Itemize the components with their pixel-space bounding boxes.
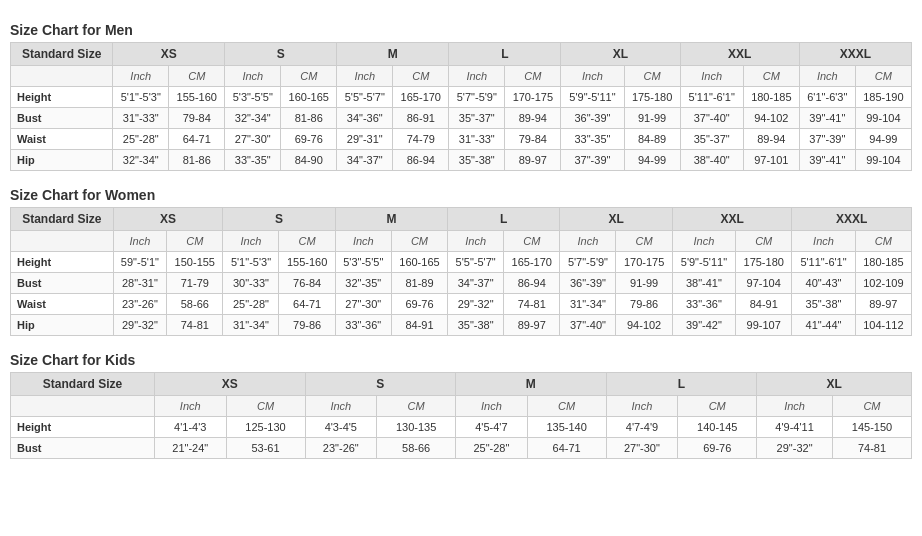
table-cell: 38"-41": [672, 273, 735, 294]
table-cell: 74-81: [167, 315, 223, 336]
table-row: Height59"-5'1"150-1555'1"-5'3"155-1605'3…: [11, 252, 912, 273]
table-cell: 34"-37": [337, 150, 393, 171]
kids-l-header: L: [606, 373, 757, 396]
table-cell: 69-76: [281, 129, 337, 150]
table-cell: 135-140: [527, 417, 606, 438]
table-cell: 175-180: [624, 87, 680, 108]
men-l-cm: CM: [505, 66, 561, 87]
men-xs-cm: CM: [169, 66, 225, 87]
table-cell: 81-86: [169, 150, 225, 171]
table-cell: 180-185: [743, 87, 799, 108]
kids-table: Standard Size XS S M L XL Inch CM Inch C…: [10, 372, 912, 459]
kids-xl-cm: CM: [832, 396, 911, 417]
kids-m-inch: Inch: [456, 396, 528, 417]
table-cell: 84-91: [391, 315, 447, 336]
table-cell: 53-61: [226, 438, 305, 459]
table-row: Height5'1"-5'3"155-1605'3"-5'5"160-1655'…: [11, 87, 912, 108]
table-cell: 102-109: [855, 273, 911, 294]
table-cell: 21"-24": [154, 438, 226, 459]
women-s-inch: Inch: [223, 231, 279, 252]
kids-xl-header: XL: [757, 373, 912, 396]
kids-xs-header: XS: [154, 373, 305, 396]
men-xl-inch: Inch: [561, 66, 624, 87]
table-cell: 64-71: [169, 129, 225, 150]
table-cell: 99-104: [855, 150, 911, 171]
table-cell: 79-86: [279, 315, 335, 336]
table-cell: 64-71: [527, 438, 606, 459]
women-m-cm: CM: [391, 231, 447, 252]
table-cell: 185-190: [855, 87, 911, 108]
table-cell: 31"-33": [113, 108, 169, 129]
table-cell: 5'9"-5'11": [561, 87, 624, 108]
men-l-inch: Inch: [449, 66, 505, 87]
row-label: Bust: [11, 438, 155, 459]
table-cell: 35"-37": [680, 129, 743, 150]
women-xs-inch: Inch: [113, 231, 167, 252]
table-cell: 130-135: [377, 417, 456, 438]
women-subheader-empty: [11, 231, 114, 252]
kids-m-cm: CM: [527, 396, 606, 417]
women-s-header: S: [223, 208, 335, 231]
table-cell: 39"-42": [672, 315, 735, 336]
table-cell: 4'3-4'5: [305, 417, 377, 438]
table-cell: 155-160: [169, 87, 225, 108]
table-cell: 58-66: [167, 294, 223, 315]
men-xl-cm: CM: [624, 66, 680, 87]
men-xl-header: XL: [561, 43, 680, 66]
table-cell: 5'5"-5'7": [448, 252, 504, 273]
table-cell: 25"-28": [456, 438, 528, 459]
table-cell: 155-160: [279, 252, 335, 273]
table-cell: 31"-34": [560, 294, 616, 315]
table-cell: 28"-31": [113, 273, 167, 294]
table-cell: 94-99: [624, 150, 680, 171]
table-cell: 140-145: [678, 417, 757, 438]
kids-xl-inch: Inch: [757, 396, 833, 417]
table-cell: 74-81: [832, 438, 911, 459]
table-cell: 40"-43": [792, 273, 855, 294]
row-label: Waist: [11, 129, 113, 150]
table-cell: 89-97: [504, 315, 560, 336]
table-cell: 29"-32": [113, 315, 167, 336]
table-cell: 31"-34": [223, 315, 279, 336]
table-cell: 39"-41": [799, 108, 855, 129]
table-row: Bust28"-31"71-7930"-33"76-8432"-35"81-89…: [11, 273, 912, 294]
table-cell: 74-79: [393, 129, 449, 150]
table-cell: 94-102: [743, 108, 799, 129]
row-label: Hip: [11, 150, 113, 171]
women-xxl-header: XXL: [672, 208, 792, 231]
table-cell: 38"-40": [680, 150, 743, 171]
table-cell: 125-130: [226, 417, 305, 438]
table-cell: 35"-38": [449, 150, 505, 171]
women-xs-header: XS: [113, 208, 223, 231]
women-m-inch: Inch: [335, 231, 391, 252]
table-cell: 37"-39": [799, 129, 855, 150]
kids-l-inch: Inch: [606, 396, 678, 417]
women-section: Size Chart for Women Standard Size XS S …: [10, 187, 912, 336]
table-row: Height4'1-4'3125-1304'3-4'5130-1354'5-4'…: [11, 417, 912, 438]
table-cell: 99-107: [736, 315, 792, 336]
table-row: Bust31"-33"79-8432"-34"81-8634"-36"86-91…: [11, 108, 912, 129]
kids-title: Size Chart for Kids: [10, 352, 912, 368]
table-cell: 5'1"-5'3": [223, 252, 279, 273]
table-cell: 30"-33": [223, 273, 279, 294]
men-s-header: S: [225, 43, 337, 66]
table-cell: 86-94: [504, 273, 560, 294]
kids-subheader-row: Inch CM Inch CM Inch CM Inch CM Inch CM: [11, 396, 912, 417]
table-cell: 39"-41": [799, 150, 855, 171]
women-header-row: Standard Size XS S M L XL XXL XXXL: [11, 208, 912, 231]
table-cell: 180-185: [855, 252, 911, 273]
table-cell: 170-175: [505, 87, 561, 108]
women-m-header: M: [335, 208, 447, 231]
row-label: Bust: [11, 273, 114, 294]
table-cell: 91-99: [624, 108, 680, 129]
table-cell: 97-101: [743, 150, 799, 171]
kids-tbody: Height4'1-4'3125-1304'3-4'5130-1354'5-4'…: [11, 417, 912, 459]
row-label: Height: [11, 87, 113, 108]
table-cell: 5'7"-5'9": [449, 87, 505, 108]
table-cell: 27"-30": [225, 129, 281, 150]
women-xxxl-inch: Inch: [792, 231, 855, 252]
men-header-row: Standard Size XS S M L XL XXL XXXL: [11, 43, 912, 66]
table-cell: 81-86: [281, 108, 337, 129]
women-xl-cm: CM: [616, 231, 672, 252]
women-l-cm: CM: [504, 231, 560, 252]
